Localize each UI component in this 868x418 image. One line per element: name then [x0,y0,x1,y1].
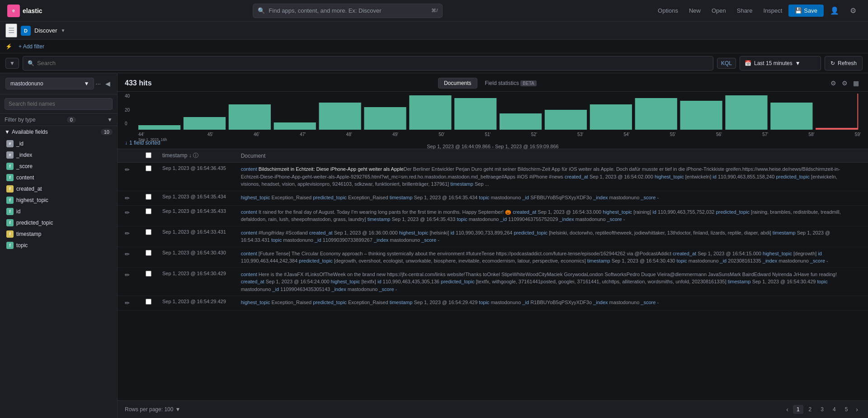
row-checkbox[interactable] [146,271,151,277]
svg-rect-11 [635,98,677,130]
next-page-button[interactable]: › [853,404,861,414]
col-checkbox [140,149,157,163]
options-button[interactable]: Options [653,5,683,17]
prev-page-button[interactable]: ‹ [783,404,791,414]
row-checkbox[interactable] [146,229,151,235]
row-checkbox[interactable] [146,194,151,200]
expand-button[interactable]: ✏ [123,194,132,202]
row-checkbox[interactable] [146,208,151,214]
expand-button[interactable]: ✏ [123,165,132,174]
rows-per-page[interactable]: Rows per page: 100 ▼ [125,406,180,413]
table-header: timestamp ↓ ⓘ Document [118,149,868,163]
user-avatar-button[interactable]: 👤 [826,4,844,18]
table-container: timestamp ↓ ⓘ Document ✏ [118,149,868,400]
field-item-field-id[interactable]: f id [2,206,115,217]
expand-button[interactable]: ✏ [123,208,132,217]
checkbox-cell [140,163,157,191]
col-actions-header [854,149,868,163]
chart-settings-icon[interactable]: ⚙ [829,78,838,89]
field-type-icon: f [6,208,14,215]
filter-row: ⚡ + Add filter [0,40,868,53]
kql-button[interactable]: KQL [717,58,736,69]
rows-per-page-label: Rows per page: 100 [125,406,173,413]
documents-tab[interactable]: Documents [438,78,477,89]
field-stats-tab[interactable]: Field statistics BETA [479,78,542,89]
select-all-checkbox[interactable] [146,152,151,158]
row-checkbox[interactable] [146,299,151,305]
available-fields-header[interactable]: ▼ Available fields 10 [0,126,117,138]
field-item-topic[interactable]: f topic [2,240,115,251]
settings-icon[interactable]: ⚙ [845,4,861,18]
table-row: ✏ Sep 1, 2023 @ 16:54:36.435 content Bil… [118,163,868,191]
filter-by-type[interactable]: Filter by type 0 ▼ [0,114,117,126]
page-1-button[interactable]: 1 [793,405,803,414]
search-shortcut: ⌘/ [431,8,438,14]
global-search[interactable]: 🔍 Find apps, content, and more. Ex: Disc… [253,4,443,18]
svg-rect-7 [454,98,496,130]
top-nav-actions: Options New Open Share Inspect 💾 Save 👤 … [653,4,861,18]
field-item-highest-topic[interactable]: f highest_topic [2,195,115,206]
sort-icon: ↓ ⓘ [189,152,198,159]
field-item-index[interactable]: # _index [2,150,115,160]
svg-rect-8 [500,113,542,130]
elastic-logo: e elastic [7,5,42,17]
chart-y-labels: 40 20 0 [125,94,130,126]
table-view-icon[interactable]: ⚙ [840,78,849,89]
field-label: _id [16,141,24,147]
col-timestamp[interactable]: timestamp ↓ ⓘ [157,149,236,163]
index-selector[interactable]: mastodonuno ▼ [5,78,94,89]
field-search-input[interactable] [5,98,113,110]
page-5-button[interactable]: 5 [841,405,852,414]
grid-view-icon[interactable]: ▦ [851,78,861,89]
hamburger-menu[interactable]: ☰ [5,23,17,38]
page-4-button[interactable]: 4 [829,405,840,414]
table-row: ✏ Sep 1, 2023 @ 16:54:35.433 content It … [118,205,868,226]
share-button[interactable]: Share [732,5,757,17]
expand-cell: ✏ [118,268,140,296]
table-row: ✏ Sep 1, 2023 @ 16:54:35.434 highest_top… [118,191,868,205]
histogram-chart[interactable] [138,94,861,130]
inspect-button[interactable]: Inspect [759,5,787,17]
refresh-icon: ↻ [830,60,835,66]
field-item-predicted-topic[interactable]: f predicted_topic [2,217,115,228]
expand-button[interactable]: ✏ [123,271,132,279]
page-2-button[interactable]: 2 [805,405,816,414]
table-row: ✏ Sep 1, 2023 @ 16:54:29.429 highest_top… [118,296,868,310]
add-filter-button[interactable]: + Add filter [16,42,47,52]
row-checkbox[interactable] [146,250,151,256]
refresh-button[interactable]: ↻ Refresh [825,56,863,70]
time-chevron-icon: ▼ [795,60,801,66]
open-button[interactable]: Open [707,5,731,17]
field-item-id[interactable]: # _id [2,138,115,149]
page-3-button[interactable]: 3 [817,405,827,414]
field-item-content[interactable]: f content [2,172,115,183]
row-actions-cell [854,205,868,226]
field-label: highest_topic [16,197,48,203]
search-input-container[interactable]: 🔍 [23,56,713,70]
new-button[interactable]: New [684,5,705,17]
sidebar-header: mastodonuno ▼ ··· ◀ [0,73,117,94]
expand-button[interactable]: ✏ [123,229,132,238]
main-layout: mastodonuno ▼ ··· ◀ Filter by type 0 ▼ ▼… [0,73,868,418]
doc-cell: highest_topic Exception_Raised predicted… [236,191,854,205]
field-item-created-at[interactable]: f created_at [2,183,115,194]
svg-rect-14 [770,103,812,130]
field-item-timestamp[interactable]: f timestamp [2,229,115,240]
search-type-button[interactable]: ▼ [5,58,19,69]
sidebar-options-icon[interactable]: ··· [94,79,102,89]
time-range-picker[interactable]: 📅 Last 15 minutes ▼ [740,56,821,70]
sidebar-collapse-icon[interactable]: ◀ [104,79,112,89]
app-chevron-icon[interactable]: ▼ [61,28,66,33]
expand-button[interactable]: ✏ [123,299,132,307]
search-input[interactable] [37,60,708,66]
save-icon: 💾 [795,7,802,14]
row-checkbox[interactable] [146,165,151,171]
checkbox-cell [140,205,157,226]
row-actions-cell [854,226,868,247]
checkbox-cell [140,191,157,205]
checkbox-cell [140,226,157,247]
expand-button[interactable]: ✏ [123,250,132,258]
save-button[interactable]: 💾 Save [788,5,824,17]
row-actions-cell [854,191,868,205]
field-item-score[interactable]: f _score [2,161,115,172]
